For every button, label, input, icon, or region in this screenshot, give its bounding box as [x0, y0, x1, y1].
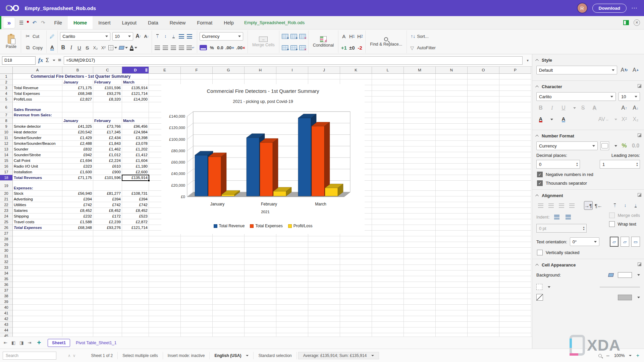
cell-P2[interactable] — [499, 79, 531, 85]
cell-O3[interactable] — [468, 85, 499, 91]
row-header-32[interactable]: 32 — [0, 259, 13, 265]
cell-L16[interactable] — [372, 164, 404, 169]
cell[interactable] — [276, 74, 308, 79]
cell-A24[interactable]: Shipping — [13, 214, 62, 219]
collapse-chevron-icon[interactable] — [535, 264, 539, 267]
cell-K40[interactable] — [340, 305, 372, 310]
cell-P28[interactable] — [499, 236, 531, 242]
cell-F29[interactable] — [181, 242, 213, 248]
cell-O21[interactable] — [468, 196, 499, 202]
cell-P11[interactable] — [499, 135, 531, 141]
collapse-chevron-icon[interactable] — [535, 194, 539, 198]
sidebar-superscript-button[interactable]: X² — [620, 115, 629, 124]
cell-D30[interactable] — [122, 248, 149, 253]
row-header-42[interactable]: 42 — [0, 316, 13, 322]
insert-column-after-button[interactable]: + — [290, 45, 297, 51]
cell-L5[interactable] — [372, 97, 404, 102]
cell-J32[interactable] — [308, 259, 340, 265]
orientation-angled-button[interactable]: ▱ — [621, 237, 629, 247]
cell-B38[interactable] — [62, 293, 93, 299]
category-select[interactable]: Currency — [536, 141, 598, 150]
cell-L38[interactable] — [372, 293, 404, 299]
cell-D33[interactable] — [122, 265, 149, 270]
cell-C33[interactable] — [93, 265, 122, 270]
cell-M8[interactable] — [404, 118, 436, 124]
cell-H34[interactable] — [245, 270, 276, 276]
cell-A7[interactable]: Revenue from Sales: — [13, 112, 62, 118]
style-good-button[interactable]: +1 — [341, 45, 347, 51]
cell-A2[interactable] — [13, 79, 62, 85]
copy-button[interactable]: ⧉Copy — [23, 44, 44, 51]
formula-input[interactable]: =SUM(D9:D17) — [64, 56, 523, 65]
cell-M36[interactable] — [404, 282, 436, 288]
cell-B9[interactable]: £41,325 — [62, 124, 93, 129]
row-header-21[interactable]: 21 — [0, 196, 13, 202]
cell-I33[interactable] — [276, 265, 308, 270]
sb-align-bottom-button[interactable]: ↓ — [631, 201, 640, 210]
cell-D40[interactable] — [122, 305, 149, 310]
cell-P44[interactable] — [499, 327, 531, 333]
cell-M3[interactable] — [404, 85, 436, 91]
cell-B4[interactable]: £68,348 — [62, 91, 93, 97]
row-header-44[interactable]: 44 — [0, 327, 13, 333]
cell-I31[interactable] — [276, 253, 308, 259]
row-header-41[interactable]: 41 — [0, 310, 13, 316]
row-header-24[interactable]: 24 — [0, 214, 13, 219]
search-input[interactable] — [3, 352, 56, 360]
cell-G35[interactable] — [213, 276, 245, 282]
cell-C20[interactable]: £81,277 — [93, 191, 122, 196]
number-format-select[interactable]: Currency — [200, 32, 243, 41]
sidebar-strikethrough-button[interactable]: S — [579, 104, 587, 112]
cell-N31[interactable] — [436, 253, 468, 259]
cell-N12[interactable] — [436, 141, 468, 146]
cell-P16[interactable] — [499, 164, 531, 169]
cell-A33[interactable] — [13, 265, 62, 270]
cell-C4[interactable]: £93,276 — [93, 91, 122, 97]
cell-N19[interactable] — [436, 181, 468, 191]
selection-hint[interactable]: Select multiple cells — [118, 352, 163, 359]
cell-D28[interactable] — [122, 236, 149, 242]
cell-M5[interactable] — [404, 97, 436, 102]
cell-K36[interactable] — [340, 282, 372, 288]
cell-C41[interactable] — [93, 310, 122, 316]
cell-O26[interactable] — [468, 225, 499, 231]
cell-L41[interactable] — [372, 310, 404, 316]
cell-I44[interactable] — [276, 327, 308, 333]
cell-D12[interactable]: £3,078 — [122, 141, 149, 146]
cell-P25[interactable] — [499, 219, 531, 225]
sidebar-bold-button[interactable]: B — [536, 104, 545, 112]
font-size-select[interactable]: 10 — [112, 32, 133, 41]
cell-K42[interactable] — [340, 316, 372, 322]
cell-D10[interactable]: £24,984 — [122, 129, 149, 135]
cell-P19[interactable] — [499, 181, 531, 191]
leading-zeros-stepper[interactable]: 1▲▼ — [600, 160, 640, 169]
cell-D15[interactable]: £1,604 — [122, 158, 149, 164]
row-header-4[interactable]: 4 — [0, 91, 13, 97]
menu-layout[interactable]: Layout — [116, 16, 143, 29]
merge-cells-checkbox[interactable]: Merge cells — [609, 213, 640, 218]
overflow-menu-icon[interactable]: ⋯ — [631, 4, 638, 12]
cell-M33[interactable] — [404, 265, 436, 270]
character-dialog-launcher-icon[interactable] — [638, 84, 641, 88]
row-header-26[interactable]: 26 — [0, 225, 13, 231]
cell-D13[interactable]: £1,202 — [122, 146, 149, 152]
sidebar-highlight-color-button[interactable]: A — [559, 115, 568, 124]
cell-P37[interactable] — [499, 288, 531, 293]
cell-O14[interactable] — [468, 152, 499, 158]
cell-O23[interactable] — [468, 208, 499, 214]
first-sheet-icon[interactable]: ⇤ — [3, 340, 8, 345]
cell-G38[interactable] — [213, 293, 245, 299]
cell-C35[interactable] — [93, 276, 122, 282]
cell-E37[interactable] — [149, 288, 181, 293]
insert-column-before-button[interactable]: + — [290, 33, 297, 39]
cell-M43[interactable] — [404, 322, 436, 327]
cell-P23[interactable] — [499, 208, 531, 214]
column-header-A[interactable]: A — [13, 67, 62, 74]
cell-H32[interactable] — [245, 259, 276, 265]
cell-P35[interactable] — [499, 276, 531, 282]
cell-L17[interactable] — [372, 169, 404, 175]
superscript-button[interactable]: X² — [100, 45, 106, 51]
cell-M26[interactable] — [404, 225, 436, 231]
cell-D35[interactable] — [122, 276, 149, 282]
cell-P15[interactable] — [499, 158, 531, 164]
